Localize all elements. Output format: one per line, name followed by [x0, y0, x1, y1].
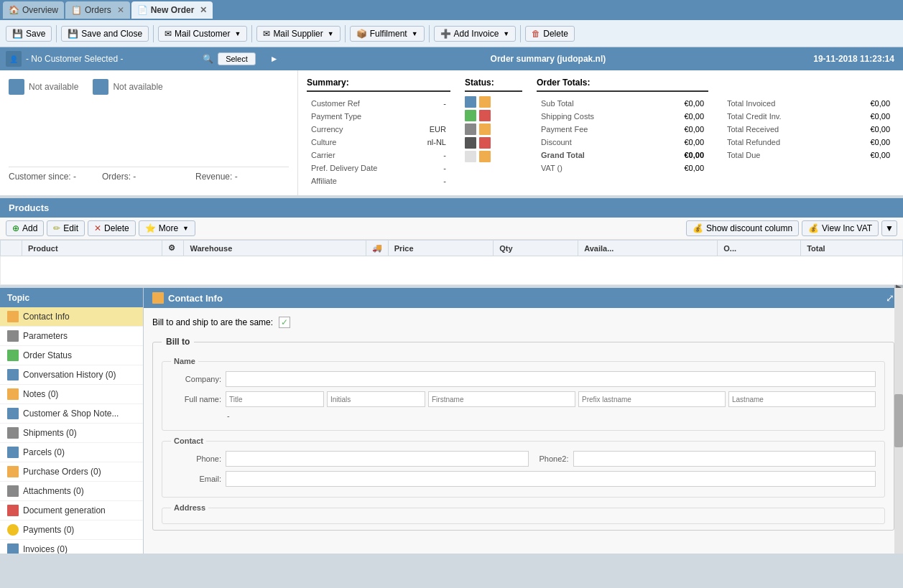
sidebar-item-label: Contact Info: [23, 312, 70, 322]
save-button[interactable]: 💾 Save: [6, 26, 52, 42]
sidebar-item-parcels[interactable]: Parcels (0): [0, 443, 143, 462]
delete-product-button[interactable]: ✕ Delete: [88, 220, 136, 236]
sidebar-item-label: Conversation History (0): [23, 370, 116, 380]
sidebar-item-notes[interactable]: Notes (0): [0, 385, 143, 404]
sidebar-item-contact-info[interactable]: Contact Info: [0, 307, 143, 327]
affiliate-label: Affiliate: [308, 175, 409, 187]
sidebar-item-attachments[interactable]: Attachments (0): [0, 482, 143, 501]
bill-ship-checkbox[interactable]: [279, 317, 290, 328]
email-input[interactable]: [226, 471, 876, 487]
col-available: Availa...: [578, 241, 718, 256]
sidebar-item-conversation[interactable]: Conversation History (0): [0, 365, 143, 385]
add-product-button[interactable]: ⊕ Add: [6, 220, 44, 236]
delete-prod-icon: ✕: [94, 223, 101, 233]
more-icon: ⭐: [145, 223, 156, 233]
totals-table: Sub Total€0,00 Shipping Costs€0,00 Payme…: [537, 96, 708, 175]
purchase-orders-icon: [7, 466, 19, 477]
currency-value: EUR: [410, 123, 449, 135]
save-close-button[interactable]: 💾 Save and Close: [61, 26, 149, 42]
save-close-label: Save and Close: [81, 29, 142, 39]
table-row: Shipping Costs€0,00: [538, 111, 707, 122]
contact-body: Bill to and ship to are the same: Bill t…: [144, 308, 903, 548]
total-refunded-value: €0,00: [843, 136, 894, 148]
customer-since: Customer since: -: [9, 172, 102, 182]
table-row: Customer Ref-: [308, 98, 449, 109]
scrollbar[interactable]: [894, 288, 903, 554]
view-options-button[interactable]: ▼: [881, 220, 897, 236]
not-available-label-2: Not available: [113, 82, 162, 92]
delete-button[interactable]: 🗑 Delete: [525, 26, 575, 42]
topic-header: Topic: [0, 288, 143, 307]
sidebar-item-payments[interactable]: Payments (0): [0, 521, 143, 540]
add-invoice-button[interactable]: ➕ Add Invoice ▼: [434, 26, 517, 42]
right-totals-section: . Total Invoiced€0,00 Total Credit Inv.€…: [723, 78, 894, 188]
attachments-icon: [7, 485, 19, 497]
invoices-icon: [7, 543, 19, 554]
sidebar-item-order-status[interactable]: Order Status: [0, 346, 143, 365]
table-row: Total Refunded€0,00: [724, 136, 893, 148]
products-header: Products: [0, 198, 903, 218]
edit-product-button[interactable]: ✏ Edit: [47, 220, 85, 236]
sidebar-item-parameters[interactable]: Parameters: [0, 327, 143, 346]
phone2-input[interactable]: [573, 451, 876, 467]
fullname-label: Full name:: [171, 395, 221, 403]
company-label: Company:: [171, 375, 221, 383]
sidebar-item-purchase-orders[interactable]: Purchase Orders (0): [0, 462, 143, 482]
scrollbar-thumb[interactable]: [894, 394, 903, 447]
order-totals-heading: Order Totals:: [537, 78, 708, 92]
title-input[interactable]: [226, 391, 324, 407]
contact-legend: Contact: [171, 437, 206, 445]
address-fieldset: Address: [162, 503, 885, 524]
fulfilment-button[interactable]: 📦 Fulfilment ▼: [350, 26, 425, 42]
total-credit-value: €0,00: [843, 111, 894, 122]
status-icon-tag: [465, 151, 476, 162]
view-inc-vat-label: View Inc VAT: [822, 223, 872, 233]
products-toolbar: ⊕ Add ✏ Edit ✕ Delete ⭐ More ▼: [0, 218, 903, 240]
sidebar-item-customer-shop[interactable]: Customer & Shop Note...: [0, 404, 143, 424]
sidebar-item-invoices[interactable]: Invoices (0): [0, 540, 143, 554]
tab-overview[interactable]: 🏠 Overview: [3, 1, 64, 19]
show-discount-button[interactable]: 💰 Show discount column: [686, 220, 799, 236]
table-row: Grand Total€0,00: [538, 149, 707, 161]
sidebar-item-document-gen[interactable]: Document generation: [0, 501, 143, 521]
company-input[interactable]: [226, 371, 876, 387]
initials-input[interactable]: [327, 391, 425, 407]
mail-customer-button[interactable]: ✉ Mail Customer ▼: [158, 26, 247, 42]
mail-supplier-button[interactable]: ✉ Mail Supplier ▼: [256, 26, 340, 42]
tab-orders[interactable]: 📋 Orders ✕: [65, 1, 130, 19]
mail-customer-icon: ✉: [165, 29, 172, 39]
order-summary-timestamp: 19-11-2018 11:23:14: [813, 54, 894, 64]
mail-customer-label: Mail Customer: [175, 29, 230, 39]
phone-input[interactable]: [226, 451, 529, 467]
payment-type-value: [410, 111, 449, 122]
name-inputs: [226, 391, 876, 407]
tab-new-order-close[interactable]: ✕: [200, 5, 207, 15]
firstname-input[interactable]: [428, 391, 575, 407]
add-product-label: Add: [22, 223, 37, 233]
select-button[interactable]: Select: [218, 52, 256, 65]
more-arrow: ▼: [182, 225, 189, 232]
tab-orders-close[interactable]: ✕: [117, 5, 124, 15]
edit-icon: ✏: [53, 223, 60, 233]
order-status-icon: [7, 350, 19, 361]
select-icon: 🔍: [203, 54, 213, 64]
save-close-icon: 💾: [68, 29, 78, 39]
prefix-input[interactable]: [578, 391, 726, 407]
summary-section: Summary: Customer Ref- Payment Type Curr…: [307, 78, 450, 188]
view-inc-vat-button[interactable]: 💰 View Inc VAT: [802, 220, 879, 236]
company-row: Company:: [171, 371, 876, 387]
table-header-row: Product ⚙ Warehouse 🚚 Price Qty Availa..…: [1, 241, 903, 256]
more-button[interactable]: ⭐ More ▼: [139, 220, 195, 236]
expand-icon: ►: [270, 54, 279, 64]
delete-icon: 🗑: [532, 29, 540, 39]
toolbar-sep-6: [520, 25, 521, 42]
grand-total-label: Grand Total: [538, 149, 655, 161]
expand-button[interactable]: ⤢: [886, 292, 894, 304]
new-order-icon: 📄: [137, 5, 148, 15]
grand-total-value: €0,00: [657, 149, 707, 161]
lastname-input[interactable]: [728, 391, 876, 407]
fulfilment-label: Fulfilment: [370, 29, 407, 39]
status-sq-yellow-1: [479, 96, 491, 108]
tab-new-order[interactable]: 📄 New Order ✕: [131, 1, 213, 19]
sidebar-item-shipments[interactable]: Shipments (0): [0, 424, 143, 443]
